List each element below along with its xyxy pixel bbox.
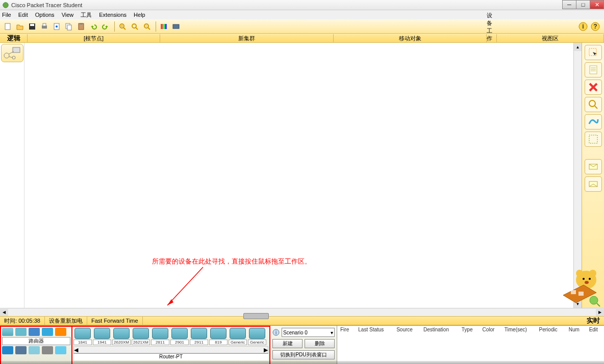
svg-rect-22 bbox=[163, 24, 165, 29]
scenario-select[interactable]: Scenario 0▾ bbox=[282, 328, 335, 337]
title-bar: Cisco Packet Tracer Student ─ □ ✕ bbox=[0, 0, 604, 10]
draw-tool-icon[interactable] bbox=[585, 114, 602, 129]
device-scroll-right-icon[interactable]: ▶ bbox=[264, 347, 268, 353]
nav-viewport[interactable]: 视图区 bbox=[497, 34, 604, 42]
zoom-reset-icon[interactable] bbox=[129, 21, 140, 32]
nav-set-background[interactable]: 设备工作区背景 bbox=[487, 34, 497, 42]
inspect-tool-icon[interactable] bbox=[585, 97, 602, 112]
redo-icon[interactable] bbox=[100, 21, 111, 32]
device-item-2901[interactable]: 2901 bbox=[170, 328, 189, 345]
scroll-left-icon[interactable]: ◀ bbox=[0, 309, 8, 316]
category-routers-icon[interactable] bbox=[2, 328, 13, 336]
router-icon bbox=[94, 328, 110, 339]
horizontal-scrollbar[interactable]: ◀ ▶ bbox=[0, 308, 604, 316]
menu-file[interactable]: File bbox=[2, 12, 11, 18]
copy-icon[interactable] bbox=[63, 21, 74, 32]
note-tool-icon[interactable] bbox=[585, 62, 602, 77]
category-wan-icon[interactable] bbox=[29, 346, 40, 354]
custom-device-icon[interactable] bbox=[170, 21, 182, 32]
device-item-819[interactable]: 819 bbox=[209, 328, 228, 345]
pdu-list-toggle-button[interactable]: 切换到PDU列表窗口 bbox=[272, 350, 335, 359]
open-file-icon[interactable] bbox=[14, 21, 26, 32]
svg-point-53 bbox=[583, 278, 585, 280]
svg-point-16 bbox=[132, 24, 136, 28]
menu-extensions[interactable]: Extensions bbox=[99, 12, 127, 18]
bottom-panel: 路由器 184119412620XM2621XM281129012911819G… bbox=[0, 325, 604, 364]
device-label: 819 bbox=[209, 340, 228, 345]
menu-options[interactable]: Options bbox=[35, 12, 55, 18]
device-item-1841[interactable]: 1841 bbox=[73, 328, 92, 345]
category-wireless-icon[interactable] bbox=[42, 328, 53, 336]
category-security-icon[interactable] bbox=[15, 346, 27, 354]
menu-help[interactable]: Help bbox=[134, 12, 145, 18]
device-item-2620xm[interactable]: 2620XM bbox=[112, 328, 131, 345]
device-item-2811[interactable]: 2811 bbox=[151, 328, 169, 345]
menu-tools[interactable]: 工具 bbox=[81, 11, 92, 19]
nav-new-cluster[interactable]: 新集群 bbox=[160, 34, 334, 42]
select-tool-icon[interactable] bbox=[585, 45, 602, 60]
pdu-col-destination[interactable]: Destination bbox=[420, 326, 459, 333]
device-item-1941[interactable]: 1941 bbox=[93, 328, 111, 345]
undo-icon[interactable] bbox=[88, 21, 99, 32]
nav-root[interactable]: [根节点] bbox=[28, 34, 160, 42]
pdu-col-type[interactable]: Type bbox=[459, 326, 480, 333]
close-button[interactable]: ✕ bbox=[590, 0, 604, 9]
info-icon[interactable]: i bbox=[577, 21, 589, 32]
category-switches-icon[interactable] bbox=[15, 328, 27, 336]
pdu-col-color[interactable]: Color bbox=[479, 326, 501, 333]
add-complex-pdu-icon[interactable] bbox=[585, 176, 602, 192]
pdu-col-periodic[interactable]: Periodic bbox=[536, 326, 566, 333]
delete-tool-icon[interactable] bbox=[585, 80, 602, 95]
paste-icon[interactable] bbox=[76, 21, 87, 32]
category-hubs-icon[interactable] bbox=[29, 328, 40, 336]
menu-edit[interactable]: Edit bbox=[18, 12, 28, 18]
zoom-in-icon[interactable] bbox=[117, 21, 128, 32]
fast-forward-button[interactable]: Fast Forward Time bbox=[87, 317, 143, 325]
device-item-generic[interactable]: Generic bbox=[248, 328, 266, 345]
selected-device-name: Router-PT bbox=[73, 353, 268, 360]
category-connections-icon[interactable] bbox=[55, 328, 66, 336]
pdu-col-last-status[interactable]: Last Status bbox=[355, 326, 393, 333]
device-scroll-left-icon[interactable]: ◀ bbox=[74, 347, 78, 353]
add-simple-pdu-icon[interactable] bbox=[585, 159, 602, 174]
svg-rect-57 bbox=[578, 292, 584, 296]
category-end-devices-icon[interactable] bbox=[2, 346, 13, 354]
new-file-icon[interactable] bbox=[2, 21, 13, 32]
power-cycle-button[interactable]: 设备重新加电 bbox=[45, 317, 87, 325]
save-icon[interactable] bbox=[27, 21, 38, 32]
maximize-button[interactable]: □ bbox=[576, 0, 590, 9]
palette-icon[interactable] bbox=[158, 21, 169, 32]
realtime-label[interactable]: 实时 bbox=[583, 317, 604, 325]
scenario-new-button[interactable]: 新建 bbox=[272, 339, 303, 348]
pdu-col-edit[interactable]: Edit bbox=[586, 326, 604, 333]
nav-move-object[interactable]: 移动对象 bbox=[334, 34, 487, 42]
activity-wizard-icon[interactable] bbox=[51, 21, 62, 32]
router-icon bbox=[249, 328, 265, 339]
minimize-button[interactable]: ─ bbox=[562, 0, 576, 9]
print-icon[interactable] bbox=[39, 21, 50, 32]
device-label: 2621XM bbox=[132, 340, 150, 345]
nav-logic[interactable]: 逻辑 bbox=[0, 34, 28, 42]
scroll-right-icon[interactable]: ▶ bbox=[596, 309, 604, 316]
help-icon[interactable]: ? bbox=[590, 21, 601, 32]
category-custom-icon[interactable] bbox=[42, 346, 53, 354]
resize-tool-icon[interactable] bbox=[585, 132, 602, 147]
device-list-scrollbar[interactable]: ◀ ▶ bbox=[73, 346, 268, 353]
device-item-generic[interactable]: Generic bbox=[229, 328, 247, 345]
pdu-col-num[interactable]: Num bbox=[566, 326, 586, 333]
device-item-2621xm[interactable]: 2621XM bbox=[132, 328, 150, 345]
pdu-col-source[interactable]: Source bbox=[393, 326, 420, 333]
scroll-up-icon[interactable]: ▲ bbox=[574, 43, 582, 51]
scroll-thumb[interactable] bbox=[243, 313, 269, 319]
menu-view[interactable]: View bbox=[62, 12, 74, 18]
router-icon bbox=[191, 328, 207, 339]
device-item-2911[interactable]: 2911 bbox=[190, 328, 208, 345]
workspace-canvas[interactable]: 所需要的设备在此处寻找，直接按住鼠标拖至工作区。 bbox=[24, 43, 573, 308]
logical-physical-tab[interactable] bbox=[1, 44, 23, 62]
scenario-delete-button[interactable]: 删除 bbox=[305, 339, 335, 348]
pdu-col-time[interactable]: Time(sec) bbox=[501, 326, 536, 333]
zoom-out-icon[interactable] bbox=[141, 21, 153, 32]
svg-text:i: i bbox=[582, 23, 584, 30]
pdu-col-fire[interactable]: Fire bbox=[337, 326, 355, 333]
category-multiuser-icon[interactable] bbox=[55, 346, 66, 354]
